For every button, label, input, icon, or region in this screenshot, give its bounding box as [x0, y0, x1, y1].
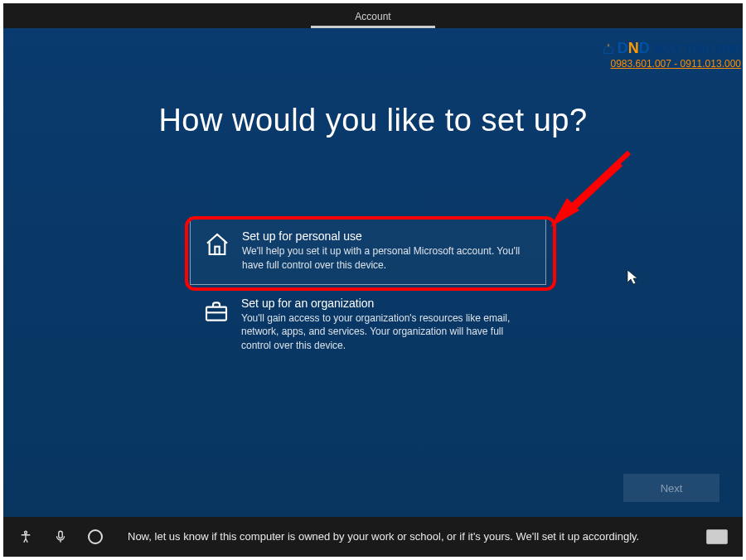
watermark-house-icon: [602, 42, 615, 56]
option-personal-use[interactable]: Set up for personal use We'll help you s…: [190, 217, 546, 285]
watermark: DND MÁY TÍNH DND 0983.601.007 - 0911.013…: [602, 40, 741, 70]
option-title: Set up for personal use: [242, 229, 532, 243]
briefcase-icon: [203, 298, 230, 325]
microphone-icon[interactable]: [53, 529, 68, 544]
annotation-arrow: [534, 144, 642, 235]
narration-text: Now, let us know if this computer is own…: [128, 529, 686, 544]
watermark-phone: 0983.601.007 - 0911.013.000: [602, 58, 741, 70]
cursor-icon: [627, 269, 640, 286]
page-title: How would you like to set up?: [3, 103, 743, 138]
keyboard-icon[interactable]: [706, 529, 728, 544]
svg-line-2: [563, 152, 629, 215]
option-organization[interactable]: Set up for an organization You'll gain a…: [190, 285, 546, 364]
next-button[interactable]: Next: [623, 474, 719, 502]
option-desc: We'll help you set it up with a personal…: [242, 244, 532, 273]
svg-line-3: [567, 164, 621, 215]
tab-account: Account: [311, 6, 435, 28]
setup-options-list: Set up for personal use We'll help you s…: [190, 217, 546, 364]
setup-top-tabs: Account: [3, 3, 743, 28]
accessibility-icon[interactable]: [18, 529, 33, 544]
option-title: Set up for an organization: [241, 297, 533, 310]
svg-rect-6: [59, 531, 63, 538]
svg-marker-4: [550, 198, 579, 227]
setup-main-panel: How would you like to set up? Set up for…: [3, 28, 743, 517]
watermark-brand-text: MÁY TÍNH DND: [654, 42, 741, 56]
svg-point-5: [25, 531, 27, 533]
option-desc: You'll gain access to your organization'…: [241, 311, 533, 353]
home-icon: [204, 231, 230, 258]
cortana-icon[interactable]: [88, 529, 103, 544]
setup-taskbar: Now, let us know if this computer is own…: [3, 517, 743, 557]
svg-rect-0: [215, 247, 219, 254]
svg-rect-1: [206, 307, 226, 320]
